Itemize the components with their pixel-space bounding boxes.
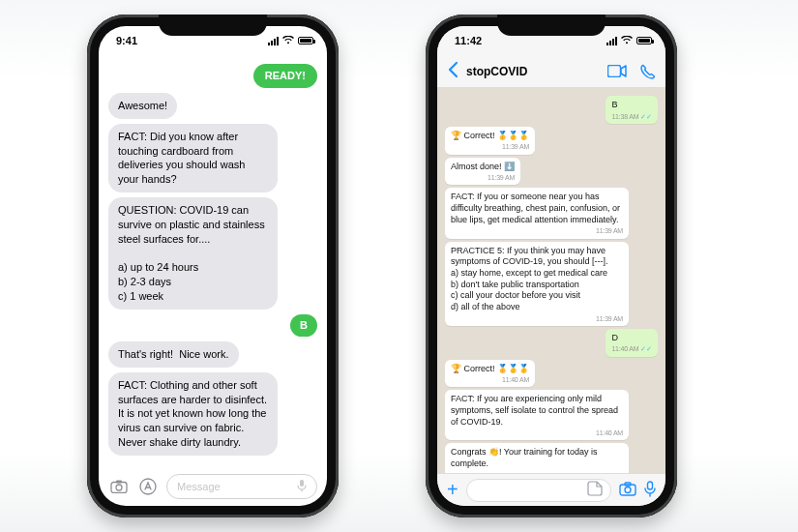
status-icons: [268, 36, 313, 46]
input-bar: Message: [99, 473, 327, 506]
sticker-icon[interactable]: [587, 481, 603, 499]
message-time: 11:39 AM: [451, 142, 529, 151]
message-text: FACT: Clothing and other soft surfaces a…: [118, 378, 268, 450]
svg-rect-4: [300, 480, 304, 487]
message-input[interactable]: Message: [166, 474, 317, 499]
message-row: B11:38 AM✓✓: [445, 96, 658, 124]
phone-whatsapp: 11:42 stopCOVID B11: [426, 15, 677, 517]
message-row: FACT: If you are experiencing only mild …: [445, 390, 658, 440]
message-text: Awesome!: [118, 99, 167, 113]
svg-rect-9: [648, 482, 653, 489]
message-row: PRACTICE 5: If you think you may have sy…: [445, 242, 658, 326]
battery-icon: [298, 37, 313, 44]
message-text: D: [611, 333, 652, 344]
notch: [497, 15, 606, 36]
message-text: B: [611, 100, 652, 111]
message-time: 11:38 AM✓✓: [611, 112, 652, 121]
incoming-bubble[interactable]: Congrats 👏! Your training for today is c…: [445, 443, 629, 473]
message-row: Congrats 👏! Your training for today is c…: [445, 443, 658, 473]
screen-imessage: 9:41 READY!Awesome!FACT: Did you know af…: [99, 26, 327, 506]
status-time: 11:42: [455, 35, 482, 46]
message-row: That's right! Nice work.: [108, 341, 317, 368]
voice-call-icon[interactable]: [640, 64, 656, 79]
chat-scroll[interactable]: READY!Awesome!FACT: Did you know after t…: [99, 55, 327, 473]
camera-icon[interactable]: [619, 482, 636, 499]
screen-whatsapp: 11:42 stopCOVID B11: [437, 26, 665, 506]
read-ticks-icon: ✓✓: [640, 345, 652, 352]
message-text: B: [300, 318, 308, 333]
message-row: FACT: If you or someone near you has dif…: [445, 188, 658, 238]
incoming-bubble[interactable]: That's right! Nice work.: [108, 341, 239, 368]
incoming-bubble[interactable]: FACT: If you or someone near you has dif…: [445, 188, 629, 238]
incoming-bubble[interactable]: FACT: If you are experiencing only mild …: [445, 390, 629, 440]
message-time: 11:39 AM: [451, 314, 623, 323]
incoming-bubble[interactable]: PRACTICE 5: If you think you may have sy…: [445, 242, 629, 326]
message-row: D11:40 AM✓✓: [445, 329, 658, 357]
message-text: FACT: Did you know after touching cardbo…: [118, 130, 268, 187]
message-text: 🏆 Correct! 🥇🥇🥇: [451, 131, 529, 142]
contact-name[interactable]: stopCOVID: [466, 65, 600, 78]
mic-icon[interactable]: [644, 481, 656, 500]
chat-scroll[interactable]: B11:38 AM✓✓🏆 Correct! 🥇🥇🥇11:39 AMAlmost …: [437, 88, 665, 473]
chat-header: stopCOVID: [437, 55, 665, 88]
message-row: READY!: [108, 64, 317, 88]
message-row: 🏆 Correct! 🥇🥇🥇11:39 AM: [445, 127, 658, 155]
status-icons: [606, 36, 652, 46]
notch: [159, 15, 267, 36]
outgoing-bubble[interactable]: D11:40 AM✓✓: [606, 329, 658, 357]
message-time: 11:40 AM: [451, 375, 529, 384]
message-input[interactable]: [466, 479, 611, 502]
message-text: QUESTION: COVID-19 can survive on plasti…: [118, 203, 268, 304]
message-row: Almost done! ⬇️11:39 AM: [445, 158, 658, 186]
video-call-icon[interactable]: [607, 65, 627, 77]
incoming-bubble[interactable]: FACT: Clothing and other soft surfaces a…: [108, 372, 278, 456]
message-text: Congrats 👏! Your training for today is c…: [451, 447, 623, 469]
svg-rect-5: [608, 66, 621, 77]
svg-point-1: [116, 485, 122, 490]
battery-icon: [636, 37, 652, 44]
back-icon[interactable]: [447, 61, 458, 81]
signal-icon: [606, 37, 617, 45]
message-row: B: [108, 314, 317, 337]
message-row: FACT: Did you know after touching cardbo…: [108, 124, 317, 192]
message-row: 🏆 Correct! 🥇🥇🥇11:40 AM: [445, 360, 658, 388]
incoming-bubble[interactable]: Awesome!: [108, 93, 177, 119]
incoming-bubble[interactable]: FACT: Did you know after touching cardbo…: [108, 124, 278, 192]
message-time: 11:39 AM: [451, 226, 623, 235]
message-row: Awesome!: [108, 93, 317, 119]
plus-icon[interactable]: +: [447, 479, 458, 501]
svg-point-7: [625, 487, 631, 492]
wifi-icon: [621, 36, 633, 46]
mic-icon[interactable]: [297, 479, 307, 494]
camera-icon[interactable]: [108, 476, 130, 497]
incoming-bubble[interactable]: Almost done! ⬇️11:39 AM: [445, 158, 520, 186]
outgoing-bubble[interactable]: B: [290, 314, 317, 337]
message-row: QUESTION: COVID-19 can survive on plasti…: [108, 197, 317, 310]
message-time: 11:40 AM: [451, 471, 623, 473]
message-text: Almost done! ⬇️: [451, 162, 515, 173]
message-time: 11:40 AM✓✓: [611, 344, 652, 353]
status-time: 9:41: [116, 35, 137, 46]
message-text: 🏆 Correct! 🥇🥇🥇: [451, 364, 529, 375]
incoming-bubble[interactable]: 🏆 Correct! 🥇🥇🥇11:39 AM: [445, 127, 535, 155]
svg-rect-2: [116, 481, 122, 484]
message-text: FACT: If you are experiencing only mild …: [451, 394, 623, 428]
message-text: READY!: [265, 69, 306, 83]
outgoing-bubble[interactable]: READY!: [253, 64, 317, 88]
input-bar: +: [437, 473, 665, 506]
message-time: 11:39 AM: [451, 173, 515, 182]
message-text: That's right! Nice work.: [118, 347, 229, 362]
message-text: PRACTICE 5: If you think you may have sy…: [451, 246, 623, 313]
phone-imessage: 9:41 READY!Awesome!FACT: Did you know af…: [87, 15, 339, 517]
incoming-bubble[interactable]: 🏆 Correct! 🥇🥇🥇11:40 AM: [445, 360, 535, 388]
message-time: 11:40 AM: [451, 429, 623, 437]
read-ticks-icon: ✓✓: [640, 113, 652, 120]
incoming-bubble[interactable]: QUESTION: COVID-19 can survive on plasti…: [108, 197, 278, 310]
message-row: FACT: Clothing and other soft surfaces a…: [108, 372, 317, 456]
input-placeholder: Message: [177, 481, 221, 492]
svg-rect-0: [111, 483, 127, 493]
outgoing-bubble[interactable]: B11:38 AM✓✓: [606, 96, 658, 124]
wifi-icon: [282, 36, 294, 46]
signal-icon: [268, 37, 279, 45]
appstore-icon[interactable]: [137, 476, 159, 497]
